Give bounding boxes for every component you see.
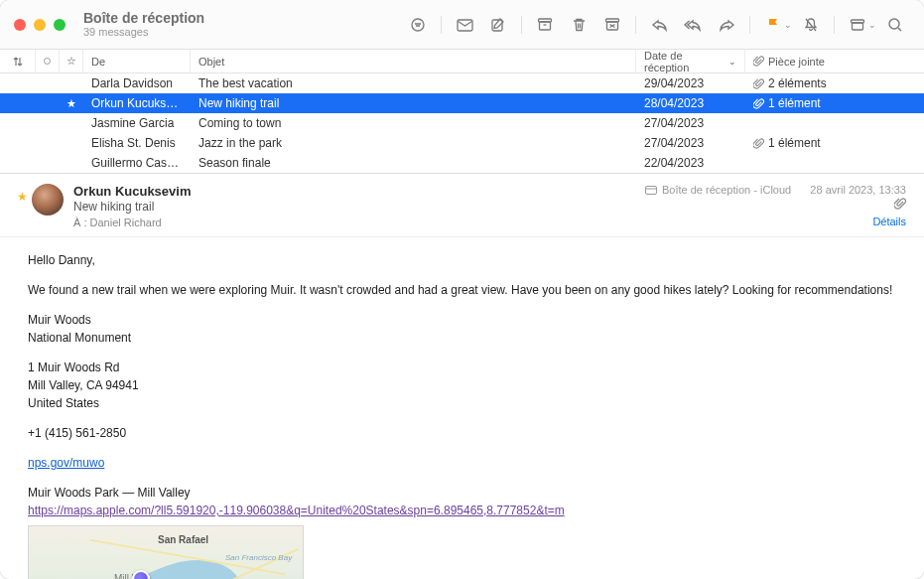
svg-rect-10 xyxy=(645,187,656,195)
row-attachment: 2 éléments xyxy=(745,76,924,90)
compose-button[interactable] xyxy=(483,12,513,38)
row-from: Elisha St. Denis xyxy=(83,136,191,150)
body-greeting: Hello Danny, xyxy=(28,251,896,269)
window-title: Boîte de réception xyxy=(83,10,204,27)
row-date: 22/04/2023 xyxy=(636,156,745,170)
maximize-button[interactable] xyxy=(54,19,66,31)
row-from: Guillermo Cas… xyxy=(83,156,191,170)
addr-line: National Monument xyxy=(28,329,896,347)
column-header: ☆ De Objet Date de réception ⌄ Pièce joi… xyxy=(0,50,924,73)
svg-rect-4 xyxy=(540,22,551,30)
sender-avatar[interactable] xyxy=(32,184,64,216)
row-from: Orkun Kucuks… xyxy=(83,96,191,110)
preview-to: À : Daniel Richard xyxy=(73,217,645,228)
move-menu-chevron[interactable]: ⌄ xyxy=(868,20,876,30)
forward-button[interactable] xyxy=(712,12,741,38)
col-read[interactable] xyxy=(36,50,60,72)
col-from[interactable]: De xyxy=(83,50,191,72)
svg-point-9 xyxy=(889,19,899,29)
map-pin-icon xyxy=(132,570,150,579)
mute-button[interactable] xyxy=(796,12,826,38)
flag-menu-chevron[interactable]: ⌄ xyxy=(784,20,792,30)
message-body: Hello Danny, We found a new trail when w… xyxy=(0,237,924,579)
toolbar: ⌄ ⌄ xyxy=(403,12,910,38)
row-date: 27/04/2023 xyxy=(636,136,745,150)
addr-line: 1 Muir Woods Rd xyxy=(28,359,896,376)
junk-button[interactable] xyxy=(597,12,627,38)
row-flag-icon[interactable]: ★ xyxy=(60,97,83,110)
attachment-icon[interactable] xyxy=(645,198,906,212)
preview-header: ★ Orkun Kucuksevim New hiking trail À : … xyxy=(0,174,924,237)
svg-rect-8 xyxy=(852,23,862,30)
svg-point-0 xyxy=(412,19,424,31)
row-attachment: 1 élément xyxy=(745,96,924,110)
message-row[interactable]: Elisha St. DenisJazz in the park27/04/20… xyxy=(0,133,924,153)
reply-all-button[interactable] xyxy=(678,12,708,38)
col-attachment[interactable]: Pièce jointe xyxy=(745,50,924,72)
col-date[interactable]: Date de réception ⌄ xyxy=(636,50,745,72)
body-paragraph: We found a new trail when we were explor… xyxy=(28,281,896,299)
message-row[interactable]: Guillermo Cas…Season finale22/04/2023 xyxy=(0,153,924,173)
reply-button[interactable] xyxy=(644,12,674,38)
search-button[interactable] xyxy=(880,12,910,38)
window-controls xyxy=(14,19,66,31)
link-maps[interactable]: https://maps.apple.com/?ll5.591920,-119.… xyxy=(28,504,565,517)
message-list: Darla DavidsonThe best vacation29/04/202… xyxy=(0,73,924,173)
preview-sender: Orkun Kucuksevim xyxy=(73,184,645,199)
addr-line: United States xyxy=(28,394,896,412)
row-from: Jasmine Garcia xyxy=(83,116,191,130)
row-attachment: 1 élément xyxy=(745,136,924,150)
map-attachment[interactable]: San Rafael Mill V Muir Woods Bolinas Sau… xyxy=(28,525,304,579)
titlebar: Boîte de réception 39 messages ⌄ ⌄ xyxy=(0,0,924,50)
row-subject: Jazz in the park xyxy=(191,136,636,150)
col-sort[interactable] xyxy=(0,50,36,72)
new-mail-button[interactable] xyxy=(450,12,479,38)
to-label: À : xyxy=(73,217,86,228)
flag-star-icon[interactable]: ★ xyxy=(17,190,28,204)
link-title: Muir Woods Park — Mill Valley xyxy=(28,484,896,502)
row-date: 27/04/2023 xyxy=(636,116,745,130)
col-subject[interactable]: Objet xyxy=(191,50,636,72)
map-label: San Rafael xyxy=(158,532,208,547)
row-date: 28/04/2023 xyxy=(636,96,745,110)
row-subject: New hiking trail xyxy=(191,96,636,110)
message-row[interactable]: ★Orkun Kucuks…New hiking trail28/04/2023… xyxy=(0,93,924,113)
row-from: Darla Davidson xyxy=(83,76,191,90)
message-preview: ★ Orkun Kucuksevim New hiking trail À : … xyxy=(0,173,924,579)
message-row[interactable]: Jasmine GarciaComing to town27/04/2023 xyxy=(0,113,924,133)
preview-timestamp: 28 avril 2023, 13:33 xyxy=(810,184,906,196)
row-date: 29/04/2023 xyxy=(636,76,745,90)
details-link[interactable]: Détails xyxy=(645,216,906,227)
phone: +1 (415) 561-2850 xyxy=(28,424,896,442)
trash-button[interactable] xyxy=(564,12,594,38)
row-subject: The best vacation xyxy=(191,76,636,90)
minimize-button[interactable] xyxy=(34,19,46,31)
row-subject: Season finale xyxy=(191,156,636,170)
message-row[interactable]: Darla DavidsonThe best vacation29/04/202… xyxy=(0,73,924,93)
close-button[interactable] xyxy=(14,19,26,31)
col-att-label: Pièce jointe xyxy=(768,56,825,68)
map-label: San Francisco Bay xyxy=(225,554,265,562)
window-subtitle: 39 messages xyxy=(83,26,204,39)
archive-button[interactable] xyxy=(530,12,560,38)
to-name[interactable]: Daniel Richard xyxy=(90,217,162,228)
filter-button[interactable] xyxy=(403,12,433,38)
addr-line: Mill Valley, CA 94941 xyxy=(28,376,896,394)
col-flag[interactable]: ☆ xyxy=(60,50,83,72)
addr-line: Muir Woods xyxy=(28,311,896,329)
link-nps[interactable]: nps.gov/muwo xyxy=(28,456,104,470)
col-date-label: Date de réception xyxy=(644,50,725,73)
preview-folder: Boîte de réception - iCloud xyxy=(662,184,791,196)
row-subject: Coming to town xyxy=(191,116,636,130)
preview-subject: New hiking trail xyxy=(73,200,645,214)
chevron-down-icon: ⌄ xyxy=(728,57,736,67)
